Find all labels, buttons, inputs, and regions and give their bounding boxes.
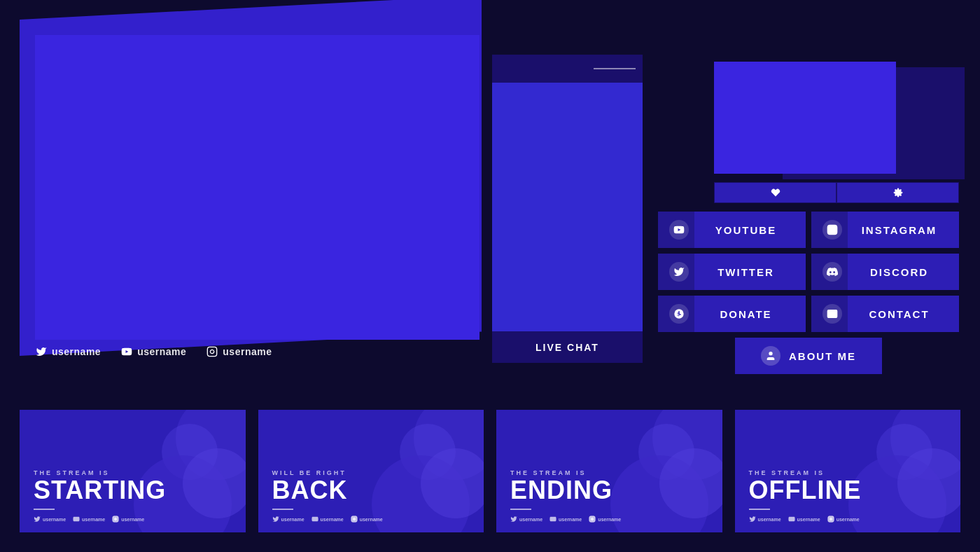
card-twitter-3: username	[510, 516, 542, 523]
card-twitter-2: username	[272, 516, 304, 523]
starting-social-bar: username username username	[34, 516, 232, 523]
svg-text:$: $	[677, 312, 680, 317]
chat-panel: LIVE CHAT	[492, 55, 643, 363]
back-underline	[272, 509, 293, 510]
instagram-icon	[206, 345, 218, 358]
card-youtube-1: username	[73, 516, 105, 523]
twitter-username-label: username	[52, 346, 101, 357]
twitter-icon	[35, 345, 48, 358]
chat-header	[492, 55, 643, 83]
discord-btn-icon	[822, 262, 842, 282]
card-youtube-3: username	[550, 516, 582, 523]
offline-social-bar: username username username	[749, 516, 947, 523]
card-instagram-2: username	[351, 516, 383, 523]
about-me-btn-icon	[761, 346, 780, 366]
right-overlay-panel: YOUTUBE INSTAGRAM TWITTER	[658, 62, 959, 374]
card-twitter-4: username	[749, 516, 781, 523]
chat-header-line	[594, 68, 636, 69]
card-instagram-4: username	[827, 516, 860, 523]
instagram-button[interactable]: INSTAGRAM	[811, 212, 959, 248]
settings-icon-bar	[836, 182, 959, 203]
svg-rect-1	[208, 347, 217, 356]
back-card: WILL BE RIGHT BACK username username use…	[258, 410, 484, 532]
back-title: BACK	[272, 478, 470, 503]
twitter-btn-icon	[669, 262, 689, 282]
ending-social-bar: username username username	[510, 516, 708, 523]
offline-title: OFFLINE	[749, 478, 947, 503]
youtube-social-item: username	[120, 345, 186, 358]
chat-body	[492, 83, 643, 331]
svg-point-9	[769, 352, 772, 355]
instagram-username-label: username	[223, 346, 272, 357]
twitter-social-item: username	[35, 345, 101, 358]
ending-card: THE STREAM IS ENDING username username u…	[496, 410, 722, 532]
social-buttons-grid: YOUTUBE INSTAGRAM TWITTER	[658, 212, 959, 332]
donate-button[interactable]: $ DONATE	[658, 296, 806, 332]
ending-card-content: THE STREAM IS ENDING username username u…	[496, 410, 722, 532]
youtube-icon	[120, 345, 133, 358]
card-youtube-4: username	[788, 516, 820, 523]
offline-underline	[749, 509, 770, 510]
instagram-social-item: username	[206, 345, 272, 358]
bottom-cards-row: THE STREAM IS STARTING username username…	[20, 410, 960, 532]
card-twitter-1: username	[34, 516, 66, 523]
card-instagram-1: username	[112, 516, 144, 523]
starting-card: THE STREAM IS STARTING username username…	[20, 410, 246, 532]
youtube-button[interactable]: YOUTUBE	[658, 212, 806, 248]
starting-underline	[34, 509, 55, 510]
instagram-btn-icon	[822, 220, 842, 240]
social-bar: username username username	[35, 345, 479, 358]
starting-title: STARTING	[34, 478, 232, 503]
offline-card: THE STREAM IS OFFLINE username username …	[735, 410, 961, 532]
starting-card-content: THE STREAM IS STARTING username username…	[20, 410, 246, 532]
icon-bar	[714, 182, 959, 203]
back-card-content: WILL BE RIGHT BACK username username use…	[258, 410, 484, 532]
webcam-frame	[714, 62, 896, 174]
heart-icon-bar	[714, 182, 836, 203]
card-youtube-2: username	[312, 516, 344, 523]
donate-btn-icon: $	[669, 304, 689, 324]
youtube-btn-icon	[669, 220, 689, 240]
twitter-button[interactable]: TWITTER	[658, 254, 806, 290]
ending-underline	[510, 509, 531, 510]
youtube-username-label: username	[137, 346, 186, 357]
back-social-bar: username username username	[272, 516, 470, 523]
main-video-frame	[35, 35, 479, 340]
card-instagram-3: username	[589, 516, 621, 523]
contact-btn-icon	[822, 304, 842, 324]
main-stream-area: username username username	[20, 20, 650, 377]
contact-button[interactable]: CONTACT	[811, 296, 959, 332]
about-me-button[interactable]: ABOUT ME	[735, 338, 882, 374]
ending-title: ENDING	[510, 478, 708, 503]
offline-card-content: THE STREAM IS OFFLINE username username …	[735, 410, 961, 532]
live-chat-button[interactable]: LIVE CHAT	[492, 331, 643, 363]
webcam-container	[658, 62, 959, 174]
discord-button[interactable]: DISCORD	[811, 254, 959, 290]
